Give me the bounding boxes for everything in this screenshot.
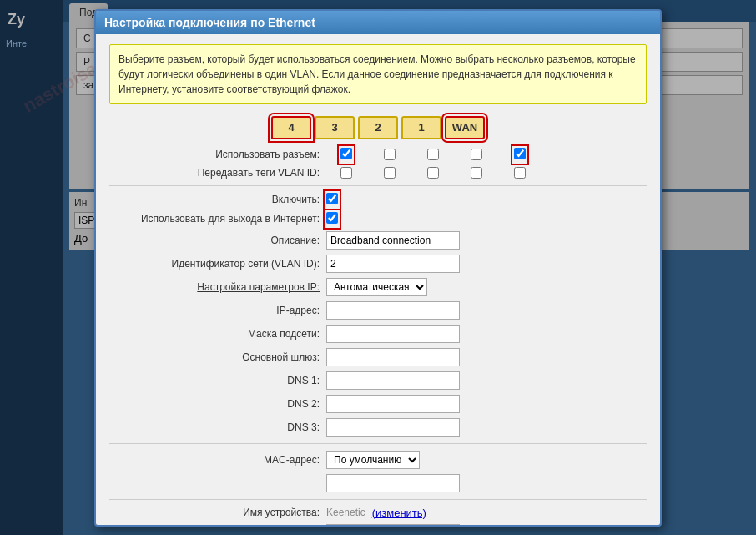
use-internet-row: Использовать для выхода в Интернет: bbox=[109, 212, 647, 226]
mac-manual-row bbox=[109, 474, 647, 492]
ip-settings-label: Настройка параметров IP: bbox=[109, 281, 326, 293]
checkbox-vlan-tag-4[interactable] bbox=[340, 167, 352, 179]
enable-label: Включить: bbox=[109, 194, 326, 205]
info-box: Выберите разъем, который будет использов… bbox=[109, 44, 647, 104]
vlan-tag-checkboxes bbox=[326, 167, 540, 179]
checkbox-use-port-wan[interactable] bbox=[514, 148, 526, 159]
dns3-row: DNS 3: bbox=[109, 418, 647, 437]
port-tab-1[interactable]: 1 bbox=[401, 116, 441, 139]
mtu-input[interactable] bbox=[326, 524, 460, 527]
port-box-3: 3 bbox=[315, 116, 355, 139]
ip-addr-row: IP-адрес: bbox=[109, 301, 647, 320]
gateway-input[interactable] bbox=[326, 348, 460, 366]
gateway-label: Основной шлюз: bbox=[109, 351, 326, 363]
mac-manual-input[interactable] bbox=[326, 474, 460, 492]
subnet-input-wrapper bbox=[326, 325, 510, 343]
device-name-value-wrapper: Keenetic (изменить) bbox=[326, 507, 510, 519]
subnet-input[interactable] bbox=[326, 325, 460, 343]
ip-settings-row: Настройка параметров IP: Автоматическая … bbox=[109, 278, 647, 296]
ip-addr-input[interactable] bbox=[326, 301, 460, 320]
cb-cell-3 bbox=[370, 149, 410, 160]
dns3-input-wrapper bbox=[326, 418, 510, 437]
info-text: Выберите разъем, который будет использов… bbox=[118, 53, 636, 95]
mtu-row: Размер MTU: bbox=[109, 524, 647, 527]
use-port-label: Использовать разъем: bbox=[109, 149, 326, 160]
checkbox-vlan-tag-1[interactable] bbox=[471, 167, 482, 179]
port-tab-2[interactable]: 2 bbox=[358, 116, 398, 139]
vlan-id-row: Идентификатор сети (VLAN ID): bbox=[109, 255, 647, 273]
dns1-input[interactable] bbox=[326, 371, 460, 390]
cb-cell-wan bbox=[500, 148, 540, 162]
dialog-overlay: Настройка подключения по Ethernet Выбери… bbox=[0, 0, 756, 535]
checkbox-use-port-3[interactable] bbox=[384, 149, 396, 160]
dns2-row: DNS 2: bbox=[109, 395, 647, 413]
ip-addr-input-wrapper bbox=[326, 301, 510, 320]
mac-label: MAC-адрес: bbox=[109, 454, 326, 466]
device-name-value: Keenetic bbox=[326, 507, 365, 518]
port-tab-3[interactable]: 3 bbox=[315, 116, 355, 139]
checkbox-vlan-tag-2[interactable] bbox=[427, 167, 439, 179]
checkbox-use-internet[interactable] bbox=[326, 212, 338, 224]
device-name-label: Имя устройства: bbox=[109, 507, 326, 518]
subnet-label: Маска подсети: bbox=[109, 328, 326, 340]
checkbox-vlan-tag-wan[interactable] bbox=[514, 167, 526, 179]
separator-2 bbox=[109, 443, 647, 444]
separator-3 bbox=[109, 499, 647, 500]
port-tab-wan[interactable]: WAN bbox=[445, 116, 485, 139]
ethernet-settings-dialog: Настройка подключения по Ethernet Выбери… bbox=[94, 9, 662, 527]
mac-row: MAC-адрес: По умолчанию Вручную bbox=[109, 451, 647, 469]
use-internet-checkbox-wrapper bbox=[326, 212, 510, 226]
device-name-change-link[interactable]: (изменить) bbox=[372, 507, 426, 519]
dns2-label: DNS 2: bbox=[109, 398, 326, 410]
dns1-row: DNS 1: bbox=[109, 371, 647, 390]
description-input-wrapper bbox=[326, 231, 510, 250]
description-label: Описание: bbox=[109, 235, 326, 246]
dialog-body: Выберите разъем, который будет использов… bbox=[96, 34, 660, 527]
port-box-1: 1 bbox=[401, 116, 441, 139]
ip-settings-select[interactable]: Автоматическая Ручная PPPoE bbox=[326, 278, 427, 296]
use-port-checkboxes bbox=[326, 148, 540, 162]
dialog-title-bar: Настройка подключения по Ethernet bbox=[96, 11, 660, 34]
use-internet-label: Использовать для выхода в Интернет: bbox=[109, 213, 326, 225]
description-input[interactable] bbox=[326, 231, 460, 250]
vlan-id-input[interactable] bbox=[326, 255, 460, 273]
port-selector: 4 3 2 1 bbox=[109, 116, 647, 139]
enable-checkbox-wrapper bbox=[326, 193, 510, 207]
dns1-label: DNS 1: bbox=[109, 375, 326, 386]
cb-wrapper-wan bbox=[514, 148, 526, 162]
description-row: Описание: bbox=[109, 231, 647, 250]
vlan-id-input-wrapper bbox=[326, 255, 510, 273]
cb-cell-2 bbox=[413, 149, 453, 160]
dialog-title: Настройка подключения по Ethernet bbox=[104, 16, 315, 29]
dns2-input-wrapper bbox=[326, 395, 510, 413]
ip-settings-select-wrapper: Автоматическая Ручная PPPoE bbox=[326, 278, 510, 296]
use-port-row: Использовать разъем: bbox=[109, 148, 647, 162]
cb-cell-4 bbox=[326, 148, 366, 162]
vlan-tag-label: Передавать теги VLAN ID: bbox=[109, 167, 326, 179]
checkbox-vlan-tag-3[interactable] bbox=[384, 167, 396, 179]
vlan-id-label: Идентификатор сети (VLAN ID): bbox=[109, 258, 326, 270]
gateway-row: Основной шлюз: bbox=[109, 348, 647, 366]
mac-manual-input-wrapper bbox=[326, 474, 510, 492]
checkbox-use-port-2[interactable] bbox=[427, 149, 439, 160]
mac-select[interactable]: По умолчанию Вручную bbox=[326, 451, 420, 469]
dns3-label: DNS 3: bbox=[109, 421, 326, 433]
checkbox-enable[interactable] bbox=[326, 193, 338, 204]
checkbox-use-port-1[interactable] bbox=[471, 149, 482, 160]
subnet-row: Маска подсети: bbox=[109, 325, 647, 343]
mtu-input-wrapper bbox=[326, 524, 510, 527]
mac-select-wrapper: По умолчанию Вручную bbox=[326, 451, 510, 469]
port-box-2: 2 bbox=[358, 116, 398, 139]
cb-cell-1 bbox=[456, 149, 496, 160]
use-internet-cb-outline bbox=[326, 212, 338, 226]
ip-addr-label: IP-адрес: bbox=[109, 305, 326, 316]
cb-wrapper-4 bbox=[340, 148, 352, 162]
port-box-4: 4 bbox=[271, 116, 311, 139]
checkbox-use-port-4[interactable] bbox=[340, 148, 352, 159]
device-name-row: Имя устройства: Keenetic (изменить) bbox=[109, 507, 647, 519]
port-tab-4[interactable]: 4 bbox=[271, 116, 311, 139]
separator-1 bbox=[109, 185, 647, 186]
dns3-input[interactable] bbox=[326, 418, 460, 437]
gateway-input-wrapper bbox=[326, 348, 510, 366]
dns2-input[interactable] bbox=[326, 395, 460, 413]
